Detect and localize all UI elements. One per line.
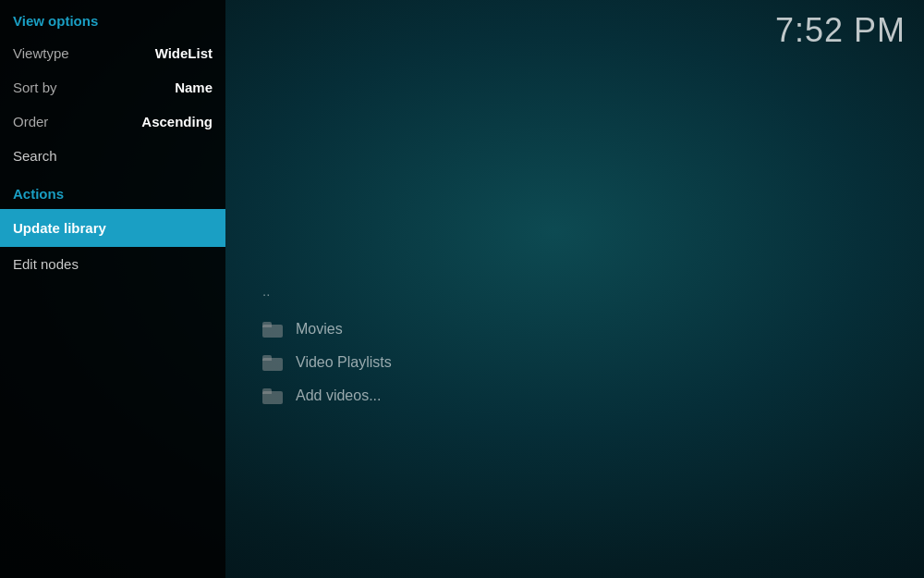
content-list: .. Movies Video Playlists Add videos... <box>262 279 924 410</box>
main-content: .. Movies Video Playlists Add videos... <box>225 0 924 578</box>
sidebar-item-update-library[interactable]: Update library <box>0 209 225 247</box>
list-item-video-playlists-label: Video Playlists <box>296 354 392 371</box>
order-value: Ascending <box>141 114 213 129</box>
sidebar-item-search[interactable]: Search <box>0 139 225 173</box>
list-item-add-videos[interactable]: Add videos... <box>262 382 924 410</box>
sidebar-item-viewtype[interactable]: Viewtype WideList <box>0 36 225 70</box>
sidebar: View options Viewtype WideList Sort by N… <box>0 0 225 578</box>
list-item-movies[interactable]: Movies <box>262 315 924 343</box>
list-item-movies-label: Movies <box>296 321 343 338</box>
sortby-label: Sort by <box>13 80 57 95</box>
content-parent-dir[interactable]: .. <box>262 279 924 302</box>
folder-icon-add-videos <box>262 388 283 404</box>
sidebar-item-order[interactable]: Order Ascending <box>0 105 225 139</box>
view-options-label: View options <box>0 0 225 36</box>
viewtype-label: Viewtype <box>13 45 69 61</box>
clock: 7:52 PM <box>775 11 906 50</box>
order-label: Order <box>13 114 48 129</box>
folder-icon-video-playlists <box>262 355 283 371</box>
sidebar-item-sortby[interactable]: Sort by Name <box>0 70 225 105</box>
list-item-video-playlists[interactable]: Video Playlists <box>262 349 924 376</box>
viewtype-value: WideList <box>155 45 213 61</box>
folder-icon-movies <box>262 322 283 338</box>
actions-label: Actions <box>0 173 225 209</box>
sidebar-item-edit-nodes[interactable]: Edit nodes <box>0 247 225 281</box>
sortby-value: Name <box>175 80 213 95</box>
list-item-add-videos-label: Add videos... <box>296 387 382 404</box>
